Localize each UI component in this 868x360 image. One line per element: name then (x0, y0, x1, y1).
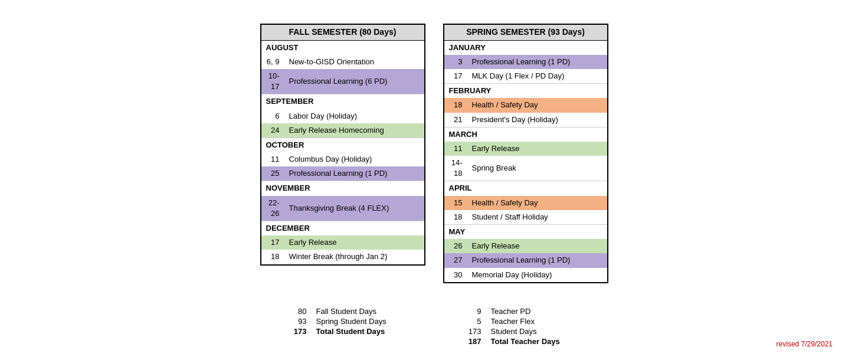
summary-num: 173 (283, 327, 307, 336)
summary-label: Fall Student Days (316, 307, 411, 316)
month-header: MARCH (444, 127, 608, 142)
date-num: 11 (261, 152, 284, 166)
month-header: OCTOBER (261, 138, 425, 152)
summary-num: 80 (283, 307, 307, 316)
date-num: 25 (261, 166, 284, 181)
month-header: FEBRUARY (444, 84, 608, 99)
month-header: NOVEMBER (261, 181, 425, 196)
calendar-row: 24Early Release Homecoming (261, 123, 425, 138)
event-label: Spring Break (467, 156, 608, 181)
calendar-row: 18Student / Staff Holiday (444, 210, 608, 225)
summary-num: 173 (458, 327, 482, 336)
calendar-row: 21President's Day (Holiday) (444, 113, 608, 127)
date-num: 27 (444, 253, 467, 267)
calendars-row: FALL SEMESTER (80 Days)AUGUST6, 9New-to-… (260, 24, 608, 283)
calendar-row: 30Memorial Day (Holiday) (444, 268, 608, 283)
calendar-row: 26Early Release (444, 239, 608, 253)
month-header: JANUARY (444, 40, 608, 55)
event-label: Health / Safety Day (467, 196, 608, 210)
summary-right: 9Teacher PD5Teacher Flex173Student Days1… (458, 307, 585, 346)
event-label: Early Release (284, 235, 425, 250)
semester-title: SPRING SEMESTER (93 Days) (444, 24, 608, 40)
calendar-row: 25Professional Learning (1 PD) (261, 166, 425, 181)
date-num: 14-18 (444, 156, 467, 181)
summary-num: 187 (458, 337, 482, 346)
calendar-row: 18Health / Safety Day (444, 98, 608, 112)
summary-row: 9Teacher PD (458, 307, 585, 316)
month-header: DECEMBER (261, 221, 425, 236)
date-num: 26 (444, 239, 467, 253)
event-label: MLK Day (1 Flex / PD Day) (467, 69, 608, 84)
date-num: 6, 9 (261, 55, 284, 69)
revised-note: revised 7/29/2021 (777, 340, 833, 348)
semester-title: FALL SEMESTER (80 Days) (261, 24, 425, 40)
calendar-row: 6, 9New-to-GISD Orientation (261, 55, 425, 69)
event-label: Labor Day (Holiday) (284, 109, 425, 123)
event-label: Professional Learning (1 PD) (284, 166, 425, 181)
event-label: Professional Learning (1 PD) (467, 253, 608, 267)
summary-row: 80Fall Student Days (283, 307, 411, 316)
summary-label: Total Teacher Days (491, 337, 585, 346)
calendar-row: 17MLK Day (1 Flex / PD Day) (444, 69, 608, 84)
date-num: 18 (444, 98, 467, 112)
event-label: Early Release (467, 239, 608, 253)
event-label: Winter Break (through Jan 2) (284, 250, 425, 264)
page-container: FALL SEMESTER (80 Days)AUGUST6, 9New-to-… (0, 0, 868, 358)
month-header: APRIL (444, 181, 608, 196)
date-num: 18 (261, 250, 284, 264)
summary-num: 5 (458, 317, 482, 326)
event-label: New-to-GISD Orientation (284, 55, 425, 69)
calendar-row: 10-17Professional Learning (6 PD) (261, 69, 425, 94)
summary-num: 9 (458, 307, 482, 316)
month-header: AUGUST (261, 40, 425, 55)
date-num: 15 (444, 196, 467, 210)
date-num: 17 (261, 235, 284, 250)
summary-left: 80Fall Student Days93Spring Student Days… (283, 307, 411, 336)
summary-num: 93 (283, 317, 307, 326)
event-label: President's Day (Holiday) (467, 113, 608, 127)
calendar-row: 15Health / Safety Day (444, 196, 608, 210)
event-label: Early Release (467, 142, 608, 156)
calendar-row: 11Early Release (444, 142, 608, 156)
calendar-row: 3Professional Learning (1 PD) (444, 55, 608, 69)
date-num: 22-26 (261, 196, 284, 221)
event-label: Professional Learning (1 PD) (467, 55, 608, 69)
summary-row: 187Total Teacher Days (458, 337, 585, 346)
event-label: Professional Learning (6 PD) (284, 69, 425, 94)
date-num: 10-17 (261, 69, 284, 94)
summary-row: 173Total Student Days (283, 327, 411, 336)
event-label: Early Release Homecoming (284, 123, 425, 138)
summary-label: Total Student Days (316, 327, 411, 336)
date-num: 24 (261, 123, 284, 138)
calendar-row: 14-18Spring Break (444, 156, 608, 181)
event-label: Memorial Day (Holiday) (467, 268, 608, 283)
event-label: Health / Safety Day (467, 98, 608, 112)
event-label: Columbus Day (Holiday) (284, 152, 425, 166)
date-num: 21 (444, 113, 467, 127)
summary-row: 93Spring Student Days (283, 317, 411, 326)
calendar-row: 22-26Thanksgiving Break (4 FLEX) (261, 196, 425, 221)
date-num: 18 (444, 210, 467, 225)
calendar-row: 18Winter Break (through Jan 2) (261, 250, 425, 264)
date-num: 17 (444, 69, 467, 84)
calendar-row: 17Early Release (261, 235, 425, 250)
fall-semester-table: FALL SEMESTER (80 Days)AUGUST6, 9New-to-… (260, 24, 425, 266)
month-header: MAY (444, 225, 608, 240)
summary-label: Teacher Flex (491, 317, 585, 326)
spring-semester-table: SPRING SEMESTER (93 Days)JANUARY3Profess… (443, 24, 608, 283)
date-num: 3 (444, 55, 467, 69)
event-label: Thanksgiving Break (4 FLEX) (284, 196, 425, 221)
summary-label: Teacher PD (491, 307, 585, 316)
calendar-row: 11Columbus Day (Holiday) (261, 152, 425, 166)
summary-label: Student Days (491, 327, 585, 336)
summary-section: 80Fall Student Days93Spring Student Days… (283, 307, 585, 346)
summary-row: 173Student Days (458, 327, 585, 336)
month-header: SEPTEMBER (261, 94, 425, 109)
summary-row: 5Teacher Flex (458, 317, 585, 326)
calendar-row: 27Professional Learning (1 PD) (444, 253, 608, 267)
summary-label: Spring Student Days (316, 317, 411, 326)
event-label: Student / Staff Holiday (467, 210, 608, 225)
calendar-row: 6Labor Day (Holiday) (261, 109, 425, 123)
date-num: 30 (444, 268, 467, 283)
date-num: 11 (444, 142, 467, 156)
